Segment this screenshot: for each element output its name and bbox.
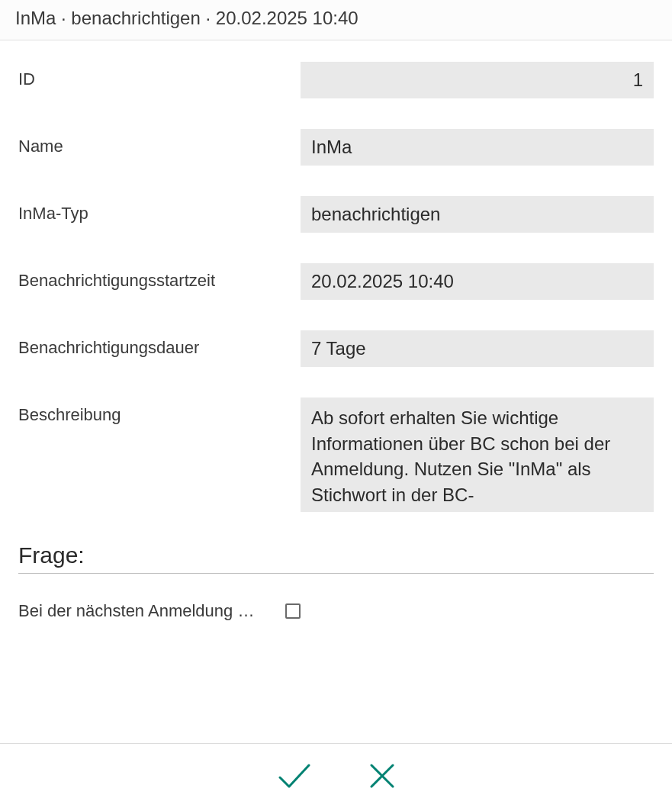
- field-row-type: InMa-Typ benachrichtigen: [18, 196, 654, 233]
- label-type: InMa-Typ: [18, 196, 301, 224]
- value-type-text: benachrichtigen: [311, 204, 440, 225]
- label-description: Beschreibung: [18, 397, 301, 425]
- dialog-title: InMa · benachrichtigen · 20.02.2025 10:4…: [15, 8, 359, 28]
- ok-button[interactable]: [272, 758, 315, 794]
- dialog-header: InMa · benachrichtigen · 20.02.2025 10:4…: [0, 0, 672, 40]
- label-duration: Benachrichtigungsdauer: [18, 330, 301, 358]
- value-duration-text: 7 Tage: [311, 338, 366, 359]
- dialog-content: ID 1 Name InMa InMa-Typ benachrichtigen …: [0, 40, 672, 743]
- value-type[interactable]: benachrichtigen: [301, 196, 654, 233]
- value-description[interactable]: Ab sofort erhalten Sie wichtige Informat…: [301, 397, 654, 512]
- dialog-footer: [0, 743, 672, 811]
- field-row-description: Beschreibung Ab sofort erhalten Sie wich…: [18, 397, 654, 512]
- value-name-text: InMa: [311, 137, 352, 158]
- value-id[interactable]: 1: [301, 62, 654, 98]
- value-duration[interactable]: 7 Tage: [301, 330, 654, 367]
- field-row-name: Name InMa: [18, 129, 654, 166]
- checkbox-next-login[interactable]: [285, 603, 301, 619]
- close-icon: [367, 761, 397, 791]
- field-row-next-login: Bei der nächsten Anmeldung …: [18, 601, 654, 621]
- section-title-frage: Frage:: [18, 542, 654, 574]
- label-id: ID: [18, 62, 301, 89]
- value-start-text: 20.02.2025 10:40: [311, 271, 454, 292]
- label-start: Benachrichtigungsstartzeit: [18, 263, 301, 291]
- cancel-button[interactable]: [364, 758, 400, 794]
- value-start[interactable]: 20.02.2025 10:40: [301, 263, 654, 300]
- field-row-start: Benachrichtigungsstartzeit 20.02.2025 10…: [18, 263, 654, 300]
- field-row-id: ID 1: [18, 62, 654, 98]
- value-id-text: 1: [633, 69, 643, 91]
- label-name: Name: [18, 129, 301, 156]
- value-name[interactable]: InMa: [301, 129, 654, 166]
- label-next-login: Bei der nächsten Anmeldung …: [18, 601, 285, 621]
- field-row-duration: Benachrichtigungsdauer 7 Tage: [18, 330, 654, 367]
- check-icon: [275, 761, 312, 791]
